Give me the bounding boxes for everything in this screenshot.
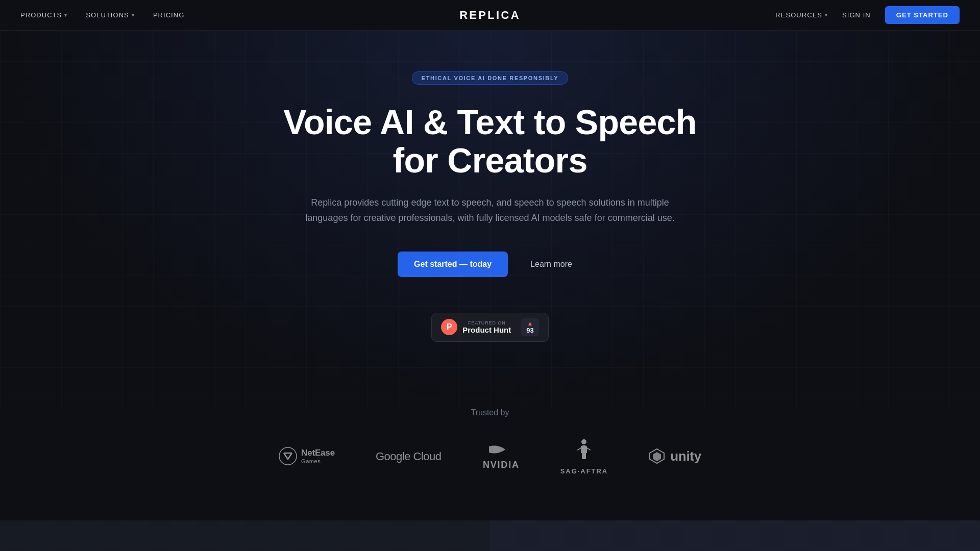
svg-point-3 [581,439,586,444]
sag-aftra-logo: SAG·AFTRA [560,438,608,475]
product-hunt-vote-count: 93 [526,327,533,334]
bottom-bar [0,520,980,551]
unity-text: unity [670,448,701,464]
hero-badge: ETHICAL VOICE AI DONE RESPONSIBLY [412,71,569,85]
sign-in-link[interactable]: SIGN IN [842,11,871,19]
svg-point-2 [494,447,499,452]
nav-resources[interactable]: RESOURCES ▾ [775,11,828,19]
navbar-left: PRODUCTS ▾ SOLUTIONS ▾ PRICING [20,11,184,19]
nav-pricing-label: PRICING [153,11,184,19]
nvidia-text: NVIDIA [483,460,520,470]
get-started-button[interactable]: Get started — today [398,252,508,277]
trusted-section: Trusted by NetEase Games Google Cloud [0,408,980,506]
trusted-by-label: Trusted by [471,408,509,417]
nav-products[interactable]: PRODUCTS ▾ [20,11,67,19]
nvidia-logo: NVIDIA [483,442,520,470]
product-hunt-badge[interactable]: P FEATURED ON Product Hunt ▲ 93 [431,313,548,342]
brand-logo[interactable]: REPLICA [459,9,521,22]
nav-solutions-label: SOLUTIONS [86,11,129,19]
netease-games-text: Games [301,458,335,464]
navbar: PRODUCTS ▾ SOLUTIONS ▾ PRICING REPLICA R… [0,0,980,31]
chevron-down-icon: ▾ [825,12,828,18]
google-cloud-logo: Google Cloud [376,446,442,466]
navbar-right: RESOURCES ▾ SIGN IN GET STARTED [775,6,960,24]
product-hunt-featured-label: FEATURED ON [462,320,511,325]
nav-solutions[interactable]: SOLUTIONS ▾ [86,11,135,19]
upvote-arrow-icon: ▲ [527,320,533,327]
nav-pricing[interactable]: PRICING [153,11,184,19]
product-hunt-name: Product Hunt [462,325,511,334]
trusted-logos: NetEase Games Google Cloud NVIDIA [279,438,701,475]
hero-subtitle: Replica provides cutting edge text to sp… [296,195,684,226]
unity-logo: unity [649,448,701,464]
product-hunt-icon: P [441,319,457,335]
learn-more-button[interactable]: Learn more [520,252,582,277]
nav-get-started-button[interactable]: GET STARTED [885,6,960,24]
svg-text:Google Cloud: Google Cloud [376,450,442,463]
nav-products-label: PRODUCTS [20,11,62,19]
unity-icon [649,448,665,464]
nvidia-icon [485,442,518,459]
sag-aftra-text: SAG·AFTRA [560,467,608,475]
product-hunt-votes: ▲ 93 [521,318,538,336]
svg-point-0 [279,447,297,465]
netease-name-text: NetEase [301,448,335,458]
chevron-down-icon: ▾ [64,12,67,18]
nav-resources-label: RESOURCES [775,11,822,19]
chevron-down-icon: ▾ [132,12,135,18]
hero-title: Voice AI & Text to Speech for Creators [260,103,720,180]
netease-games-logo: NetEase Games [279,447,335,465]
svg-marker-5 [653,452,661,461]
hero-section: ETHICAL VOICE AI DONE RESPONSIBLY Voice … [0,31,980,408]
hero-cta-row: Get started — today Learn more [398,252,582,277]
product-hunt-text: FEATURED ON Product Hunt [462,320,511,334]
